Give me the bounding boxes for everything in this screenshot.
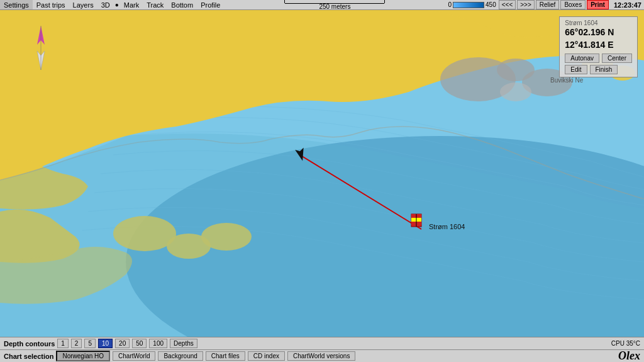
depth-btn-depths[interactable]: Depths xyxy=(170,339,197,348)
depth-contours-label: Depth contours xyxy=(4,340,55,348)
depth-max: 450 xyxy=(486,1,496,8)
depth-contours-bar: Depth contours 1 2 5 10 20 50 100 Depths… xyxy=(0,337,644,349)
autonav-button[interactable]: Autonav xyxy=(565,54,599,63)
depth-btn-1[interactable]: 1 xyxy=(57,339,69,348)
clock-display: 12:23:47 xyxy=(610,1,641,9)
info-panel-buttons-2: Edit Finish xyxy=(565,65,632,74)
menu-settings[interactable]: Settings xyxy=(0,0,33,9)
relief-button[interactable]: Relief xyxy=(536,0,560,9)
scale-label: 250 meters xyxy=(319,3,350,10)
olex-logo: Olex xyxy=(618,349,640,362)
center-button[interactable]: Center xyxy=(602,54,632,63)
menu-past-trips[interactable]: Past trips xyxy=(33,0,69,9)
cpu-info: CPU 35°C xyxy=(611,340,640,347)
depth-btn-20[interactable]: 20 xyxy=(115,339,130,348)
vessel-label-text: Strøm 1604 xyxy=(429,223,465,230)
finish-button[interactable]: Finish xyxy=(590,65,618,74)
depth-range: 0 450 xyxy=(445,1,498,8)
chart-btn-files[interactable]: Chart files xyxy=(206,351,245,361)
info-panel: Strøm 1604 66°02.196 N 12°41.814 E Auton… xyxy=(559,16,638,77)
menu-layers[interactable]: Layers xyxy=(69,0,97,9)
chart-btn-cd-index[interactable]: CD index xyxy=(248,351,285,361)
svg-point-5 xyxy=(500,82,531,101)
map-canvas: Buvikski Ne Strøm 1604 xyxy=(0,10,644,337)
location-label-text: Buvikski Ne xyxy=(550,77,584,84)
depth-btn-10[interactable]: 10 xyxy=(98,339,113,348)
chart-btn-chartworld[interactable]: ChartWorld xyxy=(113,351,155,361)
depth-btn-100[interactable]: 100 xyxy=(149,339,167,348)
top-menu-bar: Settings Past trips Layers 3D ● Mark Tra… xyxy=(0,0,644,10)
nav-right-button[interactable]: >>> xyxy=(517,0,535,9)
chart-btn-norwegian[interactable]: Norwegian HO xyxy=(56,351,110,361)
north-arrow xyxy=(31,23,50,74)
map-area[interactable]: Buvikski Ne Strøm 1604 Strøm 1604 66°02.… xyxy=(0,10,644,337)
depth-min: 0 xyxy=(448,1,452,8)
scale-bar-area: 250 meters xyxy=(224,0,445,10)
depth-btn-5[interactable]: 5 xyxy=(84,339,96,348)
coordinates-display: 66°02.196 N 12°41.814 E xyxy=(565,26,632,51)
menu-profile[interactable]: Profile xyxy=(197,0,224,9)
menu-mark[interactable]: Mark xyxy=(120,0,143,9)
right-controls: <<< >>> Relief Boxes Print 12:23:47 xyxy=(499,0,644,9)
mark-name: Strøm 1604 xyxy=(565,20,632,26)
info-panel-buttons: Autonav Center xyxy=(565,54,632,63)
print-button[interactable]: Print xyxy=(587,0,609,9)
depth-gradient xyxy=(453,2,484,8)
boxes-button[interactable]: Boxes xyxy=(560,0,586,9)
chart-selection-label: Chart selection xyxy=(4,353,53,360)
depth-btn-50[interactable]: 50 xyxy=(132,339,147,348)
menu-track[interactable]: Track xyxy=(143,0,167,9)
destination-marker xyxy=(411,214,421,227)
longitude-display: 12°41.814 E xyxy=(565,40,613,50)
chart-selection-bar: Chart selection Norwegian HO ChartWorld … xyxy=(0,349,644,362)
edit-button[interactable]: Edit xyxy=(565,65,587,74)
chart-btn-background[interactable]: Background xyxy=(158,351,203,361)
depth-btn-2[interactable]: 2 xyxy=(71,339,82,348)
menu-bottom[interactable]: Bottom xyxy=(167,0,197,9)
latitude-display: 66°02.196 N xyxy=(565,27,614,37)
menu-3d[interactable]: 3D xyxy=(97,0,114,9)
nav-left-button[interactable]: <<< xyxy=(499,0,516,9)
chart-btn-chartworld-versions[interactable]: ChartWorld versions xyxy=(287,351,355,361)
